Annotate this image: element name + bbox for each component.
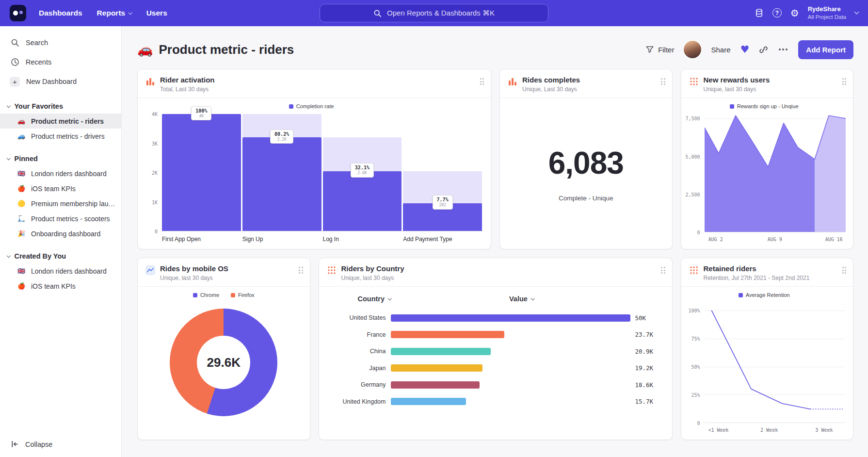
table-row[interactable]: Japan19.2K [332,360,659,377]
funnel-step[interactable]: 80.2%3.2K [242,114,321,231]
sidebar-item[interactable]: 🍎iOS team KPIs [0,278,121,294]
project-switcher[interactable]: RydeShare All Project Data [808,5,846,21]
item-emoji: 🇬🇧 [17,267,27,275]
card-title[interactable]: Riders by Country [341,264,404,273]
item-label: London riders dashboard [31,170,107,178]
sidebar-item[interactable]: 🚗Product metric - riders [0,114,121,129]
filter-button[interactable]: Filter [645,45,674,54]
table-row[interactable]: China20.9K [332,343,659,360]
drag-handle-icon[interactable] [299,267,303,274]
collapse-button[interactable]: Collapse [0,440,63,448]
sidebar-recents-label: Recents [26,58,51,66]
nav-users[interactable]: Users [146,9,167,17]
card-title[interactable]: Rides completes [522,76,580,84]
y-tick-label: 7,500 [685,116,700,121]
sidebar-section-toggle[interactable]: Your Favorites [0,99,121,114]
sidebar-item[interactable]: 🇬🇧London riders dashboard [0,166,121,181]
share-label: Share [711,46,730,54]
value-bar [391,331,504,338]
value-column-select[interactable]: Value [509,295,534,303]
settings-icon[interactable]: ⚙ [790,8,799,18]
sidebar-section-toggle[interactable]: Created By You [0,249,121,263]
card-title[interactable]: Rider activation [160,76,215,84]
funnel-count: 3.2K [274,137,289,142]
chevron-down-icon [7,254,11,258]
country-rows: United States50KFrance23.7KChina20.9KJap… [332,310,659,410]
add-report-button[interactable]: Add Report [798,40,853,59]
sidebar-item[interactable]: 🎉Onboarding dashboard [0,226,121,241]
nav-dashboards[interactable]: Dashboards [39,9,82,17]
area-chart: Rewards sign up - Unqiue 7,5005,0002,500… [681,98,853,249]
funnel-step[interactable]: 7.7%202 [403,114,482,231]
avatar[interactable] [684,41,701,58]
value-bar [391,314,630,322]
sidebar-item[interactable]: 🚙Product metrics - drivers [0,129,121,144]
card-subtitle: Unique, last 30 days [704,86,770,93]
global-search[interactable]: Open Reports & Dashboards ⌘K [320,4,548,22]
country-column-select[interactable]: Country [358,295,391,303]
donut-graphic[interactable]: 29.6K [170,309,277,416]
favorite-heart-icon[interactable]: ♥ [740,45,750,55]
help-icon[interactable]: ? [772,8,782,17]
app-logo[interactable] [10,5,26,21]
card-title[interactable]: New rewards users [704,76,770,84]
table-row[interactable]: United Kingdom15.7K [332,393,659,410]
item-label: Product metrics - scooters [31,215,110,223]
item-emoji: 🟡 [17,200,27,207]
sidebar-item[interactable]: 🟡Premium membership launch [0,196,121,211]
item-emoji: 🍎 [17,185,27,192]
sidebar-search[interactable]: Search [0,33,121,52]
sidebar-item[interactable]: 🍎iOS team KPIs [0,181,121,196]
area-plot [705,114,846,232]
value-label: 23.7K [630,331,659,338]
drag-handle-icon[interactable] [842,267,847,274]
bar-chart-icon [145,77,155,86]
drag-handle-icon[interactable] [480,78,484,85]
sidebar-section-toggle[interactable]: Pinned [0,151,121,166]
table-row[interactable]: United States50K [332,310,659,326]
link-icon[interactable] [759,45,768,54]
drag-handle-icon[interactable] [842,78,847,85]
table-row[interactable]: Germany18.6K [332,376,659,393]
item-emoji: 🚗 [17,117,27,125]
funnel-step[interactable]: 100%4K [162,114,241,231]
more-options-icon[interactable] [778,46,788,53]
card-header: Rider activationTotal, Last 30 days [138,69,491,98]
legend-label: Firefox [238,292,255,298]
funnel-pct: 100% [195,108,207,114]
y-tick-label: 100% [688,308,700,313]
country-label: Germany [332,381,391,388]
x-tick-label: 3 Week [815,427,833,433]
drag-handle-icon[interactable] [661,78,665,85]
database-icon[interactable] [755,8,764,17]
card-header: New rewards usersUnique, last 30 days [681,69,853,98]
card-title[interactable]: Retained riders [704,264,810,273]
page-title: 🚗 Product metric - riders [137,42,294,57]
legend-swatch [739,293,743,297]
card-title[interactable]: Rides by mobile OS [160,264,228,273]
sidebar-new-dashboard[interactable]: + New Dashboard [0,72,121,91]
drag-handle-icon[interactable] [661,267,665,274]
sidebar: Search Recents + New Dashboard Your Favo… [0,26,122,457]
item-emoji: 🎉 [17,230,27,237]
table-row[interactable]: France23.7K [332,326,659,343]
dot-grid-icon [689,265,699,275]
value-bar [391,348,491,355]
sidebar-item[interactable]: 🇬🇧London riders dashboard [0,263,121,278]
bar-chart-icon [508,77,517,86]
card-header: Rides completesUnique, Last 30 days [500,69,672,98]
collapse-icon [11,440,19,448]
chart-legend: ChromeFirefox [189,288,259,303]
x-tick-label: AUG 9 [768,237,782,242]
header-actions: Filter Share ♥ Add Report [645,40,853,59]
sidebar-recents[interactable]: Recents [0,52,121,72]
legend-swatch [289,104,293,109]
nav-reports[interactable]: Reports [97,9,132,17]
share-button[interactable]: Share [711,46,730,54]
chevron-down-icon[interactable] [854,10,859,15]
sidebar-item[interactable]: 🛴Product metrics - scooters [0,211,121,226]
legend-label: Average Retention [746,292,790,298]
funnel-step[interactable]: 32.1%2.6K [323,114,402,231]
x-tick-label: AUG 16 [825,237,843,242]
y-tick-label: 3K [152,141,158,146]
